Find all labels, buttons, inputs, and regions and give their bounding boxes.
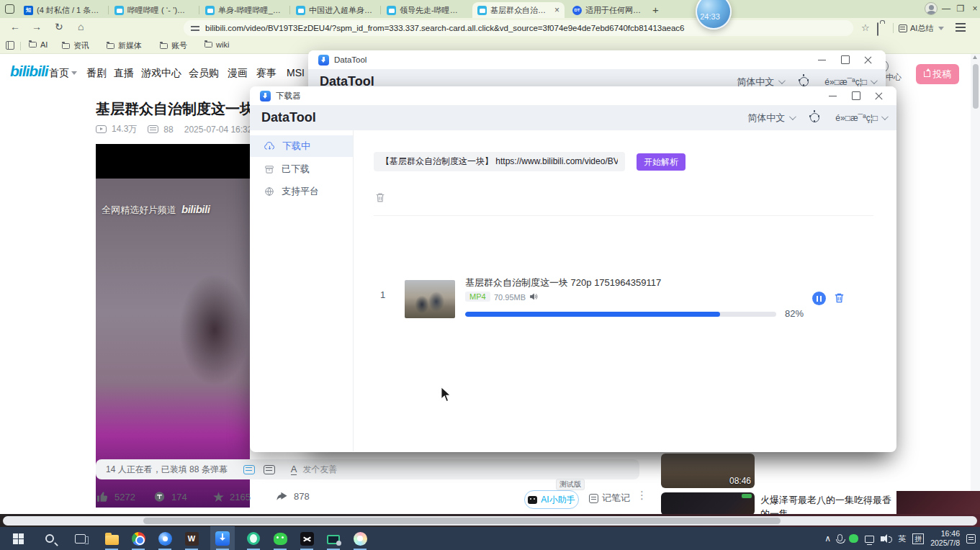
- tab-dt-extension[interactable]: DT 适用于任何网站的快速: [567, 2, 647, 18]
- video-player[interactable]: 全网精选好片频道bilibili: [96, 144, 250, 508]
- datatool-titlebar[interactable]: DataTool: [308, 50, 886, 69]
- danmaku-placeholder[interactable]: 发个友善: [302, 464, 337, 476]
- tab-zhihu[interactable]: 知 (4 封私信 / 1 条消息): [19, 2, 107, 18]
- start-parse-button[interactable]: 开始解析: [637, 153, 685, 171]
- nav-esports[interactable]: 赛事: [256, 67, 277, 80]
- file-explorer-button[interactable]: [103, 530, 120, 547]
- site-permissions-icon[interactable]: [191, 24, 199, 32]
- recommend-card-thumb[interactable]: 08:46: [661, 454, 755, 488]
- vertical-scrollbar[interactable]: [971, 54, 980, 515]
- danmaku-style-icon[interactable]: A: [291, 464, 297, 475]
- bookmark-wiki[interactable]: wiki: [204, 40, 229, 49]
- minimize-icon[interactable]: [822, 86, 845, 105]
- extensions-icon[interactable]: [877, 22, 878, 36]
- address-bar[interactable]: bilibili.com/video/BV19T3EzDEU4/?spm_id_…: [184, 20, 853, 36]
- download-url-input[interactable]: [374, 152, 625, 171]
- microphone-icon[interactable]: [837, 534, 842, 541]
- nav-msi[interactable]: MSI: [287, 67, 305, 78]
- blue-browser-button[interactable]: [156, 530, 174, 547]
- tab-bili-2[interactable]: 单身-哔哩哔哩_bilibili: [200, 2, 288, 18]
- minimize-icon[interactable]: [811, 50, 834, 69]
- nav-live[interactable]: 直播: [114, 67, 134, 80]
- creator-center-label[interactable]: 中心: [886, 72, 902, 83]
- clear-list-trash-icon[interactable]: [374, 191, 386, 204]
- refresh-icon[interactable]: ↻: [55, 21, 63, 32]
- screen-share-button[interactable]: [325, 530, 342, 547]
- wechat-tray-icon[interactable]: [849, 534, 858, 543]
- tab-active-video[interactable]: 基层群众自治制度 ×: [472, 2, 565, 18]
- maximize-icon[interactable]: [834, 50, 857, 69]
- browser-profile-avatar[interactable]: [925, 2, 938, 15]
- nav-home[interactable]: 首页: [49, 67, 77, 80]
- wps-button[interactable]: W: [183, 530, 200, 547]
- downloader-titlebar[interactable]: 下载器: [250, 86, 896, 105]
- danmaku-settings-icon[interactable]: [264, 465, 275, 474]
- home-icon[interactable]: ⌂: [78, 21, 84, 32]
- close-icon[interactable]: [857, 50, 880, 69]
- bilibili-logo[interactable]: bilibili: [10, 63, 48, 80]
- like-button[interactable]: 5272: [96, 490, 135, 503]
- sidebar-item-downloading[interactable]: 下载中: [250, 135, 353, 157]
- tab-search-icon[interactable]: [5, 4, 14, 14]
- ai-summary-button[interactable]: AI总结: [899, 21, 944, 35]
- taskbar-clock[interactable]: 16:46 2025/7/8: [930, 529, 960, 548]
- bookmark-news[interactable]: 资讯: [62, 40, 89, 51]
- browser-menu-icon[interactable]: [956, 23, 966, 24]
- horizontal-scrollbar[interactable]: [3, 516, 977, 526]
- danmaku-toggle-icon[interactable]: [243, 465, 255, 474]
- take-notes-button[interactable]: 记笔记: [589, 492, 630, 505]
- nav-vip-shop[interactable]: 会员购: [189, 67, 219, 80]
- bookmark-media[interactable]: 新媒体: [107, 40, 142, 51]
- theme-toggle-icon[interactable]: [810, 113, 819, 122]
- nav-manga[interactable]: 漫画: [228, 67, 248, 80]
- account-menu[interactable]: é»□æ¯ªç¦□: [835, 113, 886, 123]
- language-indicator[interactable]: 英: [898, 533, 906, 544]
- chrome-button[interactable]: [130, 530, 147, 547]
- sidebar-panel-icon[interactable]: [6, 41, 14, 50]
- tab-bili-4[interactable]: 领导先走-哔哩哔哩_b: [382, 2, 469, 18]
- taskbar-search-button[interactable]: [41, 530, 58, 547]
- sidebar-item-platforms[interactable]: 支持平台: [250, 181, 353, 202]
- share-button[interactable]: 878: [275, 490, 310, 502]
- tray-expand-icon[interactable]: ∧: [824, 533, 831, 544]
- browser-close-button[interactable]: ×: [968, 4, 980, 14]
- bookmark-ai[interactable]: AI: [29, 40, 48, 49]
- browser-maximize-button[interactable]: ❐: [953, 4, 968, 14]
- capcut-button[interactable]: [298, 530, 315, 547]
- browser-minimize-button[interactable]: —: [939, 4, 953, 14]
- nav-game-center[interactable]: 游戏中心: [141, 67, 181, 80]
- volume-icon[interactable]: [881, 536, 884, 541]
- tab-bili-home[interactable]: 哔哩哔哩 ( ‘- ’)つロ: [109, 2, 197, 18]
- maximize-icon[interactable]: [845, 86, 868, 105]
- wechat-button[interactable]: [271, 530, 289, 547]
- task-view-button[interactable]: [71, 530, 89, 547]
- ai-assistant-button[interactable]: AI小助手: [524, 490, 579, 509]
- submit-video-button[interactable]: 投稿: [916, 64, 959, 84]
- theme-toggle-icon[interactable]: [799, 77, 809, 86]
- nav-bangumi[interactable]: 番剧: [86, 67, 107, 80]
- tab-bili-3[interactable]: 中国进入超单身时代_: [291, 2, 379, 18]
- tab-close-icon[interactable]: ×: [554, 5, 559, 15]
- favorite-button[interactable]: ★ 2165: [212, 490, 251, 504]
- flower-app-button[interactable]: [351, 530, 369, 547]
- green-app-button[interactable]: [245, 530, 262, 547]
- url-text[interactable]: bilibili.com/video/BV19T3EzDEU4/?spm_id_…: [205, 24, 685, 32]
- back-icon[interactable]: ←: [10, 21, 20, 32]
- scrollbar-thumb[interactable]: [973, 64, 979, 109]
- network-icon[interactable]: [865, 536, 874, 543]
- horizontal-scrollbar-thumb[interactable]: [143, 518, 781, 524]
- new-tab-button[interactable]: +: [652, 4, 659, 16]
- close-icon[interactable]: [868, 86, 891, 105]
- action-center-icon[interactable]: [966, 534, 976, 544]
- coin-button[interactable]: 174: [153, 490, 187, 503]
- account-menu[interactable]: é»□æ¯ªç¦□: [824, 77, 876, 87]
- ime-indicator[interactable]: 拼: [912, 533, 924, 544]
- forward-icon[interactable]: →: [32, 21, 42, 32]
- datatool-taskbar-button[interactable]: [214, 530, 231, 547]
- bookmark-star-icon[interactable]: ☆: [861, 22, 870, 33]
- recommend-card-thumb[interactable]: [661, 492, 755, 515]
- delete-item-trash-icon[interactable]: [833, 292, 845, 305]
- start-button[interactable]: [9, 530, 27, 547]
- scroll-up-icon[interactable]: [973, 55, 977, 59]
- bookmark-account[interactable]: 账号: [160, 40, 187, 51]
